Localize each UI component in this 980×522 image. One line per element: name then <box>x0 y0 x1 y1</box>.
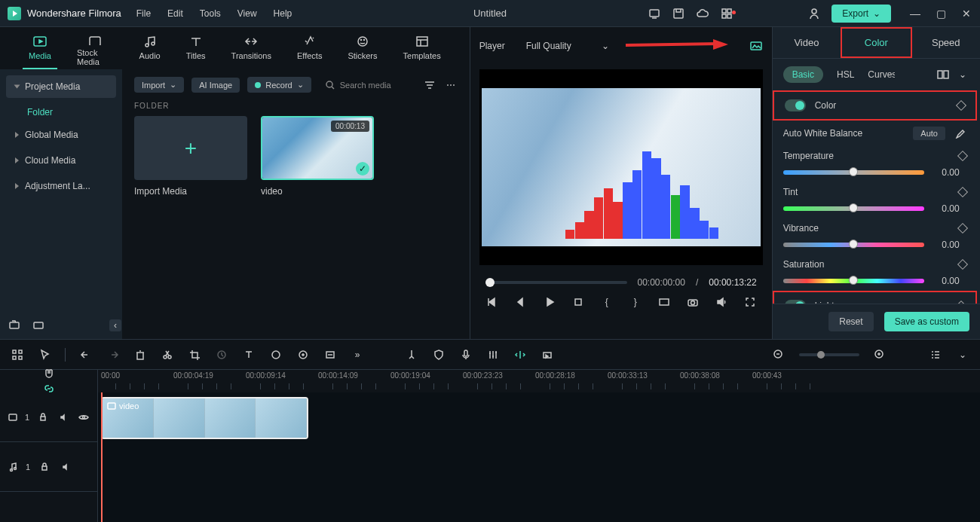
view-options[interactable] <box>929 348 942 362</box>
zoom-out-button[interactable] <box>772 348 786 362</box>
saturation-slider[interactable] <box>783 279 924 283</box>
sidebar-folder[interactable]: Folder <box>6 101 116 124</box>
mute-icon[interactable] <box>59 460 72 474</box>
light-section[interactable]: Light <box>773 291 977 304</box>
audio-track-head[interactable]: 1 <box>0 442 97 492</box>
mixer-button[interactable] <box>486 348 500 362</box>
apps-icon[interactable] <box>720 7 733 20</box>
insp-tab-speed[interactable]: Speed <box>912 27 980 58</box>
mic-button[interactable] <box>459 348 473 362</box>
tab-audio[interactable]: Audio <box>133 32 167 69</box>
mark-in-button[interactable]: { <box>600 295 614 309</box>
tab-titles[interactable]: Titles <box>180 32 212 69</box>
record-dropdown[interactable]: Record⌄ <box>247 77 311 93</box>
save-icon[interactable] <box>672 7 685 20</box>
save-custom-button[interactable]: Save as custom <box>884 312 969 331</box>
new-bin-icon[interactable] <box>32 318 45 331</box>
menu-view[interactable]: View <box>237 8 257 19</box>
quality-dropdown[interactable]: Full Quality⌄ <box>520 38 615 54</box>
account-icon[interactable] <box>807 7 821 20</box>
seek-bar[interactable] <box>485 281 627 284</box>
speed-button[interactable] <box>215 348 228 362</box>
shield-button[interactable] <box>432 348 446 362</box>
keyframe-icon[interactable] <box>956 100 966 111</box>
color-button[interactable] <box>269 348 283 362</box>
chevron-down-icon[interactable]: ⌄ <box>956 348 969 362</box>
vibrance-value[interactable]: 0.00 <box>935 240 966 250</box>
temperature-slider[interactable] <box>783 170 924 175</box>
menu-tools[interactable]: Tools <box>200 8 221 19</box>
sidebar-global-media[interactable]: Global Media <box>6 124 116 146</box>
ai-image-button[interactable]: AI Image <box>191 78 240 93</box>
light-toggle[interactable] <box>785 300 806 304</box>
tab-templates[interactable]: Templates <box>397 32 447 69</box>
cursor-tool[interactable] <box>38 348 51 362</box>
step-back-button[interactable] <box>514 295 528 309</box>
select-tool[interactable] <box>11 348 24 362</box>
tint-slider[interactable] <box>783 206 924 211</box>
more-icon[interactable]: ⋯ <box>444 78 458 92</box>
tab-media[interactable]: Media <box>23 32 57 69</box>
redo-button[interactable] <box>106 348 120 362</box>
keyframe-icon[interactable] <box>957 187 968 197</box>
sidebar-adjustment[interactable]: Adjustment La... <box>6 175 116 197</box>
sidebar-project-media[interactable]: Project Media <box>6 75 116 98</box>
subtab-curves[interactable]: Curves <box>868 69 895 80</box>
media-clip[interactable]: 00:00:13 ✓ video <box>261 116 374 197</box>
vibrance-slider[interactable] <box>783 243 924 247</box>
auto-beat-button[interactable] <box>513 348 527 362</box>
render-button[interactable] <box>541 348 554 362</box>
eye-icon[interactable] <box>77 411 90 424</box>
clip-area[interactable]: video <box>98 392 980 522</box>
zoom-slider[interactable] <box>799 353 859 356</box>
magnet-icon[interactable] <box>42 368 56 380</box>
timeline-ruler[interactable]: 00:0000:00:04:1900:00:09:1400:00:14:0900… <box>98 370 980 392</box>
insp-tab-color[interactable]: Color <box>841 27 911 58</box>
chevron-down-icon[interactable]: ⌄ <box>956 68 969 81</box>
new-folder-icon[interactable] <box>8 318 21 331</box>
subtab-basic[interactable]: Basic <box>783 66 823 83</box>
color-toggle[interactable] <box>785 99 806 111</box>
cloud-icon[interactable] <box>696 7 709 20</box>
lock-icon[interactable] <box>37 411 50 424</box>
keyframe-icon[interactable] <box>957 151 968 161</box>
undo-button[interactable] <box>79 348 93 362</box>
stop-button[interactable] <box>571 295 585 309</box>
fullscreen-icon[interactable] <box>743 295 757 309</box>
eyedropper-icon[interactable] <box>953 127 966 140</box>
volume-icon[interactable] <box>715 295 728 309</box>
text-button[interactable] <box>242 348 256 362</box>
snapshot-icon[interactable] <box>749 39 763 53</box>
tint-value[interactable]: 0.00 <box>935 203 966 214</box>
saturation-value[interactable]: 0.00 <box>935 276 966 286</box>
menu-edit[interactable]: Edit <box>167 8 183 19</box>
keyframe-icon[interactable] <box>957 223 968 234</box>
split-button[interactable] <box>161 348 174 362</box>
lock-icon[interactable] <box>38 460 51 474</box>
more-tools[interactable]: » <box>351 348 364 362</box>
marker-button[interactable] <box>405 348 418 362</box>
screen-icon[interactable] <box>648 7 661 20</box>
import-dropdown[interactable]: Import⌄ <box>134 77 184 93</box>
crop-button[interactable] <box>188 348 201 362</box>
keyframe-icon[interactable] <box>957 259 968 270</box>
color-section[interactable]: Color <box>773 90 977 121</box>
maximize-button[interactable]: ▢ <box>935 8 947 20</box>
menu-file[interactable]: File <box>136 8 151 19</box>
search-media-input[interactable]: Search media <box>319 80 415 90</box>
minimize-button[interactable]: — <box>909 8 921 20</box>
playhead[interactable] <box>101 392 103 522</box>
camera-icon[interactable] <box>686 295 700 309</box>
compare-icon[interactable] <box>936 68 950 81</box>
collapse-sidebar-button[interactable]: ‹ <box>109 319 121 331</box>
video-track-head[interactable]: 1 <box>0 392 97 442</box>
prev-frame-button[interactable] <box>485 295 499 309</box>
mute-icon[interactable] <box>57 411 70 424</box>
tab-stickers[interactable]: Stickers <box>341 32 383 69</box>
zoom-in-button[interactable] <box>873 348 887 362</box>
tab-transitions[interactable]: Transitions <box>225 32 277 69</box>
import-media-tile[interactable]: + Import Media <box>134 116 247 197</box>
aspect-icon[interactable] <box>657 295 671 309</box>
preview-viewport[interactable] <box>479 69 763 265</box>
filter-icon[interactable] <box>423 78 436 92</box>
